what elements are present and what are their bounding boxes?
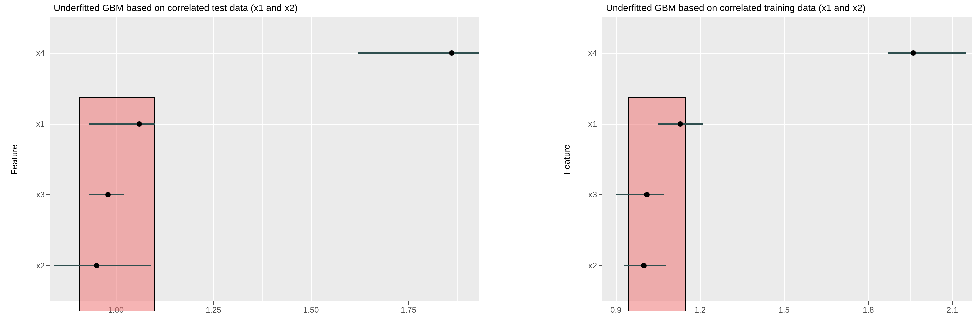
x-tick-label: 1.5 bbox=[778, 305, 789, 315]
x-tick-label: 1.25 bbox=[206, 305, 221, 315]
gridline-minor bbox=[67, 18, 67, 301]
gridline-major bbox=[784, 18, 785, 301]
chart-right: Underfitted GBM based on correlated trai… bbox=[552, 0, 980, 317]
gridline-minor bbox=[742, 18, 743, 301]
x-tick bbox=[408, 301, 409, 304]
data-point bbox=[449, 50, 454, 56]
y-tick bbox=[46, 53, 50, 53]
gridline-major bbox=[311, 18, 312, 301]
y-tick-label: x2 bbox=[31, 261, 45, 270]
gridline-major bbox=[700, 18, 700, 301]
gridline-major bbox=[868, 18, 869, 301]
x-tick-label: 0.9 bbox=[610, 305, 621, 315]
y-tick bbox=[46, 194, 50, 195]
gridline-minor bbox=[360, 18, 360, 301]
data-point bbox=[641, 263, 646, 268]
data-point bbox=[910, 50, 916, 56]
gridline-major bbox=[953, 18, 953, 301]
data-point bbox=[94, 263, 99, 268]
data-point bbox=[644, 192, 649, 198]
chart-title: Underfitted GBM based on correlated test… bbox=[54, 3, 298, 13]
highlight-box bbox=[79, 97, 155, 311]
x-tick bbox=[213, 301, 214, 304]
y-tick-label: x1 bbox=[31, 119, 45, 129]
data-point bbox=[105, 192, 111, 198]
gridline-major bbox=[213, 18, 214, 301]
y-tick-label: x3 bbox=[584, 190, 597, 199]
gridline-major bbox=[409, 18, 409, 301]
x-tick bbox=[311, 301, 311, 304]
error-bar bbox=[358, 53, 479, 54]
x-tick-label: 1.2 bbox=[695, 305, 706, 315]
x-tick bbox=[868, 301, 869, 304]
data-point bbox=[137, 121, 142, 127]
x-tick-label: 1.8 bbox=[862, 305, 873, 315]
x-tick bbox=[952, 301, 953, 304]
gridline-minor bbox=[826, 18, 826, 301]
x-tick bbox=[616, 301, 616, 304]
error-bar bbox=[888, 53, 966, 54]
y-tick bbox=[598, 53, 602, 53]
page: Underfitted GBM based on correlated test… bbox=[0, 0, 980, 317]
y-tick-label: x4 bbox=[31, 48, 45, 58]
data-point bbox=[678, 121, 683, 127]
x-tick bbox=[700, 301, 700, 304]
y-axis-title: Feature bbox=[562, 144, 572, 175]
y-axis-title: Feature bbox=[10, 144, 20, 175]
error-bar bbox=[54, 265, 151, 266]
y-tick bbox=[598, 194, 602, 195]
x-tick-label: 1.50 bbox=[303, 305, 319, 315]
y-tick-label: x2 bbox=[584, 261, 597, 270]
y-tick bbox=[46, 265, 50, 266]
y-tick bbox=[46, 124, 50, 124]
gridline-minor bbox=[457, 18, 458, 301]
gridline-major bbox=[616, 18, 617, 301]
error-bar bbox=[89, 123, 155, 124]
y-tick-label: x1 bbox=[584, 119, 597, 129]
gridline-minor bbox=[262, 18, 263, 301]
chart-title: Underfitted GBM based on correlated trai… bbox=[606, 3, 865, 13]
chart-left: Underfitted GBM based on correlated test… bbox=[0, 0, 487, 317]
gridline-minor bbox=[165, 18, 165, 301]
y-tick-label: x3 bbox=[31, 190, 45, 199]
y-tick bbox=[598, 124, 602, 124]
y-tick bbox=[598, 265, 602, 266]
error-bar bbox=[616, 194, 663, 196]
y-tick-label: x4 bbox=[584, 48, 597, 58]
x-tick-label: 2.1 bbox=[947, 305, 958, 315]
highlight-box bbox=[628, 97, 686, 311]
x-tick bbox=[784, 301, 784, 304]
x-tick-label: 1.75 bbox=[401, 305, 416, 315]
